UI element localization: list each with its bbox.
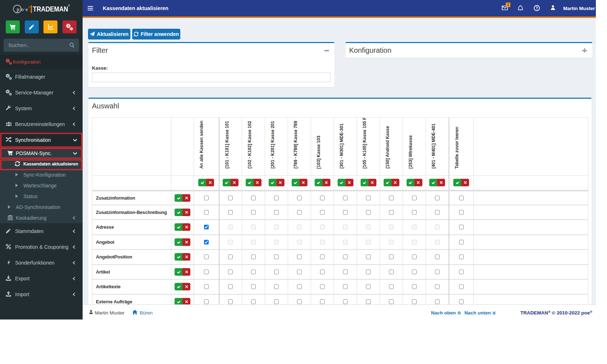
svg-text:®: ® <box>68 4 70 7</box>
svg-text:·: · <box>24 6 26 11</box>
svg-text:e: e <box>26 6 28 12</box>
svg-text:p: p <box>17 6 19 12</box>
svg-text:®: ® <box>28 6 30 8</box>
svg-text:o: o <box>21 6 24 12</box>
svg-text:TRADEMAN: TRADEMAN <box>33 5 68 13</box>
